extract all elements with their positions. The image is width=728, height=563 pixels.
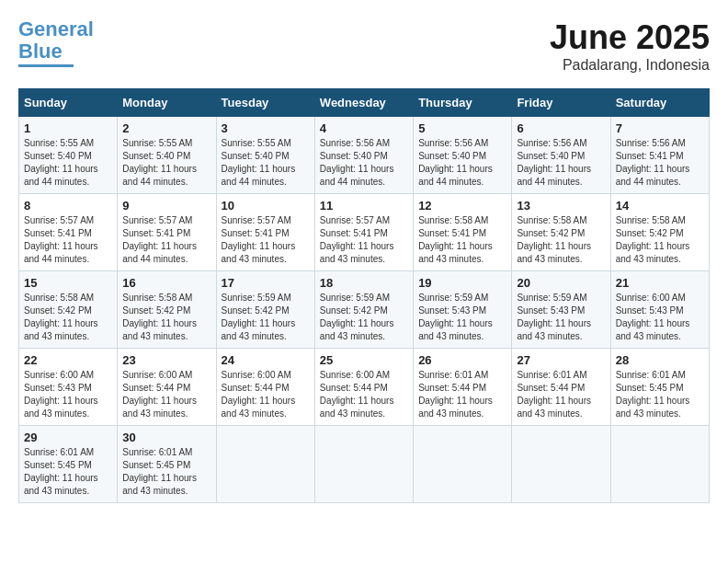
calendar-cell: 22Sunrise: 6:00 AMSunset: 5:43 PMDayligh…	[19, 349, 118, 426]
cell-details: Sunrise: 5:59 AMSunset: 5:43 PMDaylight:…	[418, 293, 493, 341]
calendar-cell: 29Sunrise: 6:01 AMSunset: 5:45 PMDayligh…	[19, 426, 118, 503]
calendar-cell: 11Sunrise: 5:57 AMSunset: 5:41 PMDayligh…	[314, 194, 413, 271]
day-number: 15	[24, 276, 112, 290]
calendar-cell: 2Sunrise: 5:55 AMSunset: 5:40 PMDaylight…	[118, 117, 216, 194]
cell-details: Sunrise: 5:59 AMSunset: 5:42 PMDaylight:…	[222, 293, 296, 341]
page-header: General Blue June 2025 Padalarang, Indon…	[18, 18, 710, 74]
cell-details: Sunrise: 5:56 AMSunset: 5:40 PMDaylight:…	[320, 138, 394, 187]
day-number: 4	[320, 121, 408, 135]
day-number: 6	[517, 121, 605, 135]
calendar-cell: 17Sunrise: 5:59 AMSunset: 5:42 PMDayligh…	[216, 271, 314, 349]
calendar-cell: 26Sunrise: 6:01 AMSunset: 5:44 PMDayligh…	[414, 349, 512, 426]
logo-blue: Blue	[18, 40, 63, 63]
header-sunday: Sunday	[19, 89, 118, 117]
logo: General Blue	[18, 18, 94, 67]
day-number: 26	[418, 353, 506, 367]
cell-details: Sunrise: 5:58 AMSunset: 5:41 PMDaylight:…	[418, 215, 493, 264]
day-number: 13	[517, 199, 605, 213]
cell-details: Sunrise: 6:01 AMSunset: 5:45 PMDaylight:…	[616, 370, 690, 419]
cell-details: Sunrise: 5:57 AMSunset: 5:41 PMDaylight:…	[222, 215, 296, 264]
cell-details: Sunrise: 5:57 AMSunset: 5:41 PMDaylight:…	[122, 215, 197, 264]
calendar-cell: 1Sunrise: 5:55 AMSunset: 5:40 PMDaylight…	[19, 117, 118, 194]
calendar-cell	[414, 426, 512, 503]
calendar-cell: 21Sunrise: 6:00 AMSunset: 5:43 PMDayligh…	[610, 271, 709, 349]
cell-details: Sunrise: 6:00 AMSunset: 5:43 PMDaylight:…	[24, 370, 98, 419]
day-number: 19	[418, 276, 506, 290]
cell-details: Sunrise: 6:00 AMSunset: 5:44 PMDaylight:…	[122, 370, 197, 419]
header-thursday: Thursday	[414, 89, 512, 117]
calendar-cell: 8Sunrise: 5:57 AMSunset: 5:41 PMDaylight…	[19, 194, 118, 271]
day-number: 9	[122, 199, 210, 213]
day-number: 25	[320, 353, 408, 367]
day-number: 11	[320, 199, 408, 213]
calendar-cell: 12Sunrise: 5:58 AMSunset: 5:41 PMDayligh…	[414, 194, 512, 271]
day-number: 30	[122, 431, 210, 444]
calendar-cell: 14Sunrise: 5:58 AMSunset: 5:42 PMDayligh…	[610, 194, 709, 271]
cell-details: Sunrise: 5:56 AMSunset: 5:41 PMDaylight:…	[616, 138, 690, 187]
calendar-cell: 10Sunrise: 5:57 AMSunset: 5:41 PMDayligh…	[216, 194, 314, 271]
calendar-cell: 5Sunrise: 5:56 AMSunset: 5:40 PMDaylight…	[414, 117, 512, 194]
cell-details: Sunrise: 5:58 AMSunset: 5:42 PMDaylight:…	[517, 215, 591, 264]
day-number: 12	[418, 199, 506, 213]
cell-details: Sunrise: 5:58 AMSunset: 5:42 PMDaylight:…	[616, 215, 690, 264]
calendar-cell: 9Sunrise: 5:57 AMSunset: 5:41 PMDaylight…	[118, 194, 216, 271]
calendar-cell	[512, 426, 610, 503]
cell-details: Sunrise: 5:55 AMSunset: 5:40 PMDaylight:…	[222, 138, 296, 187]
calendar-cell	[216, 426, 314, 503]
cell-details: Sunrise: 5:55 AMSunset: 5:40 PMDaylight:…	[24, 138, 98, 187]
header-friday: Friday	[512, 89, 610, 117]
cell-details: Sunrise: 5:58 AMSunset: 5:42 PMDaylight:…	[24, 293, 98, 341]
day-number: 16	[122, 276, 210, 290]
calendar-cell: 28Sunrise: 6:01 AMSunset: 5:45 PMDayligh…	[610, 349, 709, 426]
month-title: June 2025	[550, 18, 710, 57]
calendar-cell: 18Sunrise: 5:59 AMSunset: 5:42 PMDayligh…	[314, 271, 413, 349]
calendar-cell: 4Sunrise: 5:56 AMSunset: 5:40 PMDaylight…	[314, 117, 413, 194]
calendar-header-row: Sunday Monday Tuesday Wednesday Thursday…	[19, 89, 710, 117]
calendar-cell: 7Sunrise: 5:56 AMSunset: 5:41 PMDaylight…	[610, 117, 709, 194]
day-number: 10	[222, 199, 310, 213]
calendar-cell	[610, 426, 709, 503]
cell-details: Sunrise: 5:55 AMSunset: 5:40 PMDaylight:…	[122, 138, 197, 187]
cell-details: Sunrise: 5:57 AMSunset: 5:41 PMDaylight:…	[320, 215, 394, 264]
cell-details: Sunrise: 5:57 AMSunset: 5:41 PMDaylight:…	[24, 215, 98, 264]
title-area: June 2025 Padalarang, Indonesia	[550, 18, 710, 74]
calendar-cell: 15Sunrise: 5:58 AMSunset: 5:42 PMDayligh…	[19, 271, 118, 349]
calendar-cell: 20Sunrise: 5:59 AMSunset: 5:43 PMDayligh…	[512, 271, 610, 349]
cell-details: Sunrise: 5:56 AMSunset: 5:40 PMDaylight:…	[517, 138, 591, 187]
calendar-cell: 19Sunrise: 5:59 AMSunset: 5:43 PMDayligh…	[414, 271, 512, 349]
day-number: 17	[222, 276, 310, 290]
cell-details: Sunrise: 6:00 AMSunset: 5:44 PMDaylight:…	[320, 370, 394, 419]
header-wednesday: Wednesday	[314, 89, 413, 117]
day-number: 1	[24, 121, 112, 135]
calendar-cell: 27Sunrise: 6:01 AMSunset: 5:44 PMDayligh…	[512, 349, 610, 426]
cell-details: Sunrise: 6:00 AMSunset: 5:43 PMDaylight:…	[616, 293, 690, 341]
location-subtitle: Padalarang, Indonesia	[550, 57, 710, 74]
cell-details: Sunrise: 6:01 AMSunset: 5:45 PMDaylight:…	[24, 447, 98, 496]
day-number: 28	[616, 353, 704, 367]
logo-general: General	[18, 17, 94, 40]
calendar-table: Sunday Monday Tuesday Wednesday Thursday…	[18, 88, 710, 503]
day-number: 2	[122, 121, 210, 135]
header-saturday: Saturday	[610, 89, 709, 117]
day-number: 23	[122, 353, 210, 367]
calendar-cell: 16Sunrise: 5:58 AMSunset: 5:42 PMDayligh…	[118, 271, 216, 349]
cell-details: Sunrise: 6:01 AMSunset: 5:44 PMDaylight:…	[517, 370, 591, 419]
header-monday: Monday	[118, 89, 216, 117]
calendar-cell	[314, 426, 413, 503]
day-number: 8	[24, 199, 112, 213]
calendar-cell: 3Sunrise: 5:55 AMSunset: 5:40 PMDaylight…	[216, 117, 314, 194]
day-number: 27	[517, 353, 605, 367]
calendar-cell: 6Sunrise: 5:56 AMSunset: 5:40 PMDaylight…	[512, 117, 610, 194]
cell-details: Sunrise: 5:56 AMSunset: 5:40 PMDaylight:…	[418, 138, 493, 187]
calendar-cell: 24Sunrise: 6:00 AMSunset: 5:44 PMDayligh…	[216, 349, 314, 426]
cell-details: Sunrise: 6:01 AMSunset: 5:45 PMDaylight:…	[122, 447, 197, 496]
cell-details: Sunrise: 6:00 AMSunset: 5:44 PMDaylight:…	[222, 370, 296, 419]
day-number: 22	[24, 353, 112, 367]
day-number: 18	[320, 276, 408, 290]
day-number: 24	[222, 353, 310, 367]
day-number: 3	[222, 121, 310, 135]
day-number: 21	[616, 276, 704, 290]
day-number: 29	[24, 431, 112, 444]
cell-details: Sunrise: 5:59 AMSunset: 5:43 PMDaylight:…	[517, 293, 591, 341]
day-number: 20	[517, 276, 605, 290]
